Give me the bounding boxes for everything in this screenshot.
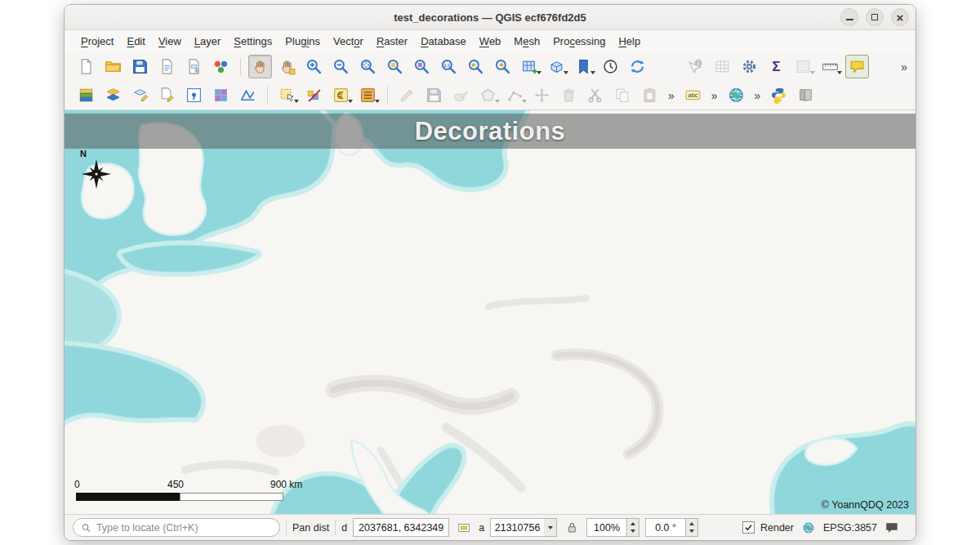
menu-layer[interactable]: Layer bbox=[188, 32, 228, 51]
menu-settings[interactable]: Settings bbox=[227, 32, 278, 51]
map-canvas[interactable]: Decorations N 0 450 900 km bbox=[65, 110, 915, 514]
toolbar-overflow-button[interactable]: » bbox=[898, 60, 911, 74]
refresh-map-button[interactable] bbox=[626, 55, 649, 78]
north-arrow: N bbox=[78, 148, 115, 195]
minimize-button[interactable] bbox=[840, 8, 858, 26]
add-vector-layer-button[interactable] bbox=[101, 83, 125, 107]
zoom-to-selection-button[interactable] bbox=[383, 55, 407, 78]
magnifier-input[interactable] bbox=[586, 518, 627, 537]
field-calculator-button[interactable] bbox=[356, 83, 380, 107]
layers-icon bbox=[105, 87, 122, 104]
data-defined-panel-button[interactable] bbox=[791, 55, 815, 78]
save-project-button[interactable] bbox=[128, 55, 152, 78]
scale-input[interactable] bbox=[490, 518, 544, 537]
options-button[interactable] bbox=[737, 55, 761, 78]
map-tips-button[interactable] bbox=[845, 55, 869, 78]
gear-icon bbox=[741, 58, 758, 75]
menu-mesh[interactable]: Mesh bbox=[507, 32, 546, 51]
rotation-input[interactable] bbox=[645, 518, 686, 537]
menu-vector[interactable]: Vector bbox=[327, 32, 370, 51]
scale-combo[interactable] bbox=[490, 518, 557, 537]
toggle-editing-button[interactable] bbox=[395, 83, 419, 107]
menu-help[interactable]: Help bbox=[612, 32, 647, 51]
temporal-controller-button[interactable] bbox=[599, 55, 622, 78]
style-manager-button[interactable] bbox=[209, 55, 233, 78]
python-console-button[interactable] bbox=[767, 83, 791, 107]
titlebar[interactable]: test_decorations — QGIS ecf676fd2d5 × bbox=[65, 5, 915, 30]
locator-search[interactable] bbox=[73, 518, 280, 537]
spin-down-icon[interactable] bbox=[686, 528, 697, 537]
scale-dropdown-button[interactable] bbox=[544, 518, 557, 537]
maximize-button[interactable] bbox=[866, 8, 884, 26]
select-by-expression-button[interactable] bbox=[329, 83, 353, 107]
deselect-features-button[interactable] bbox=[302, 83, 326, 107]
locator-input[interactable] bbox=[96, 522, 272, 534]
zoom-native-button[interactable]: 1:1 bbox=[437, 55, 461, 78]
menu-processing[interactable]: Processing bbox=[546, 32, 612, 51]
new-3d-map-view-button[interactable] bbox=[545, 55, 568, 78]
help-contents-button[interactable] bbox=[794, 83, 817, 107]
crs-status-button[interactable] bbox=[800, 519, 817, 537]
rotation-spin-buttons[interactable] bbox=[686, 518, 698, 537]
new-shapefile-layer-button[interactable] bbox=[155, 83, 179, 107]
spin-up-icon[interactable] bbox=[686, 519, 697, 528]
menu-project[interactable]: Project bbox=[74, 32, 120, 51]
layout-manager-button[interactable] bbox=[182, 55, 206, 78]
menu-raster[interactable]: Raster bbox=[370, 32, 414, 51]
delete-selected-button[interactable] bbox=[557, 83, 581, 107]
data-source-manager-button[interactable] bbox=[74, 83, 98, 107]
web-overflow-button[interactable]: » bbox=[751, 89, 764, 102]
labeling-overflow-button[interactable]: » bbox=[708, 89, 721, 102]
spin-down-icon[interactable] bbox=[627, 528, 639, 537]
magnifier-spinbox[interactable] bbox=[586, 518, 639, 537]
statistical-summary-button[interactable]: Σ bbox=[764, 55, 788, 78]
zoom-full-button[interactable] bbox=[356, 55, 380, 78]
zoom-out-button[interactable] bbox=[329, 55, 353, 78]
menu-database[interactable]: Database bbox=[414, 32, 473, 51]
paste-features-button[interactable] bbox=[638, 83, 662, 107]
menu-edit[interactable]: Edit bbox=[120, 32, 151, 51]
add-feature-button[interactable] bbox=[449, 83, 473, 107]
magnifier-spin-buttons[interactable] bbox=[627, 518, 639, 537]
new-print-layout-button[interactable] bbox=[155, 55, 179, 78]
menu-web[interactable]: Web bbox=[473, 32, 508, 51]
open-project-button[interactable] bbox=[101, 55, 125, 78]
close-button[interactable]: × bbox=[891, 8, 909, 26]
move-feature-button[interactable] bbox=[530, 83, 554, 107]
new-map-view-button[interactable] bbox=[518, 55, 541, 78]
new-project-button[interactable] bbox=[74, 55, 98, 78]
digitizing-overflow-button[interactable]: » bbox=[665, 89, 678, 102]
measure-button[interactable] bbox=[818, 55, 842, 78]
paste-icon bbox=[641, 87, 658, 104]
pan-map-button[interactable] bbox=[248, 55, 272, 78]
messages-button[interactable] bbox=[883, 519, 901, 537]
add-polygon-button[interactable] bbox=[476, 83, 500, 107]
menu-view[interactable]: View bbox=[152, 32, 188, 51]
metasearch-button[interactable] bbox=[724, 83, 748, 107]
menu-plugins[interactable]: Plugins bbox=[278, 32, 327, 51]
select-features-button[interactable] bbox=[275, 83, 299, 107]
new-geopackage-layer-button[interactable] bbox=[128, 83, 152, 107]
add-raster-layer-button[interactable] bbox=[209, 83, 233, 107]
zoom-last-button[interactable] bbox=[464, 55, 488, 78]
save-edits-button[interactable] bbox=[422, 83, 446, 107]
coordinate-input[interactable] bbox=[353, 518, 449, 537]
copy-features-button[interactable] bbox=[611, 83, 635, 107]
add-delimited-text-button[interactable] bbox=[182, 83, 206, 107]
zoom-next-button[interactable] bbox=[491, 55, 514, 78]
spatial-bookmarks-button[interactable] bbox=[572, 55, 595, 78]
zoom-in-button[interactable] bbox=[302, 55, 326, 78]
vertex-tool-button[interactable] bbox=[503, 83, 527, 107]
scale-lock-button[interactable] bbox=[563, 519, 581, 537]
identify-features-button[interactable] bbox=[684, 55, 707, 78]
add-mesh-layer-button[interactable] bbox=[236, 83, 260, 107]
pan-to-selection-button[interactable] bbox=[275, 55, 299, 78]
labeling-button[interactable]: abc bbox=[681, 83, 705, 107]
cut-features-button[interactable] bbox=[584, 83, 608, 107]
attribute-table-button[interactable] bbox=[710, 55, 734, 78]
render-checkbox[interactable] bbox=[742, 521, 755, 534]
rotation-spinbox[interactable] bbox=[645, 518, 698, 537]
extents-toggle-button[interactable] bbox=[455, 519, 473, 537]
zoom-to-layer-button[interactable] bbox=[410, 55, 434, 78]
spin-up-icon[interactable] bbox=[627, 519, 639, 528]
